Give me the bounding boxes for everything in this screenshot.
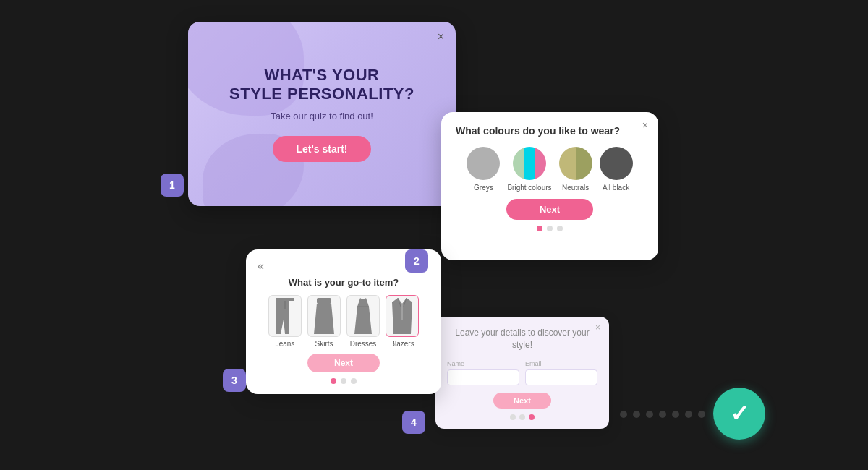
dot-c4-2 [519,414,525,420]
card4-fields-row: Name Email [447,360,597,385]
trail-dot-6 [685,411,692,418]
blazers-image [386,295,419,337]
dot-c3-3 [351,378,357,384]
black-label: All black [603,184,629,192]
trail-dot-3 [646,411,653,418]
card1-title: WHAT'S YOURSTYLE PERSONALITY? [229,66,414,104]
step-badge-3: 3 [223,369,246,392]
trail-dot-2 [633,411,640,418]
svg-rect-1 [317,298,331,304]
dot-c3-2 [341,378,346,384]
email-label: Email [525,360,597,367]
colour-option-neutrals[interactable]: Neutrals [559,147,592,192]
success-badge: ✓ [713,388,765,440]
dot-2 [547,226,553,231]
trail-dot-1 [620,411,627,418]
card1-subtitle: Take our quiz to find out! [271,111,373,121]
card4-title: Leave your details to discover your styl… [447,327,597,351]
dots-trail [620,411,705,418]
colour-option-black[interactable]: All black [600,147,633,192]
dot-1 [537,226,542,231]
black-circle [600,147,633,180]
card-details: × Leave your details to discover your st… [435,317,609,429]
dot-c3-1 [331,378,336,384]
dot-c4-3 [529,414,535,420]
card4-progress-dots [447,414,597,420]
blazers-label: Blazers [390,340,414,348]
card2-progress-dots [456,226,644,231]
name-field-wrapper: Name [447,360,519,385]
grey-label: Greys [474,184,493,192]
jeans-label: Jeans [276,340,295,348]
start-button[interactable]: Let's start! [273,136,370,162]
dresses-image [346,295,380,337]
trail-dot-4 [659,411,666,418]
card2-title: What colours do you like to wear? [456,125,644,137]
card2-next-button[interactable]: Next [506,199,593,220]
colour-option-bright[interactable]: Bright colours [507,147,551,192]
checkmark-icon: ✓ [730,400,749,427]
dresses-label: Dresses [350,340,377,348]
trail-dot-5 [672,411,679,418]
card-colours: × What colours do you like to wear? Grey… [441,112,658,260]
name-label: Name [447,360,519,367]
jeans-image [268,295,302,337]
dot-c4-1 [510,414,516,420]
grey-circle [467,147,500,180]
clothing-options-row: Jeans Skirts Dresses [258,295,430,348]
card2-close-icon[interactable]: × [642,119,648,131]
name-input[interactable] [447,369,519,385]
back-button[interactable]: « [258,260,430,273]
card3-progress-dots [258,378,430,384]
colour-options-row: Greys Bright colours Neutrals All black [456,147,644,192]
step-badge-2: 2 [405,249,428,273]
skirts-image [307,295,341,337]
bright-label: Bright colours [507,184,551,192]
neutral-circle [559,147,592,180]
clothing-option-skirts[interactable]: Skirts [307,295,341,348]
trail-dot-7 [698,411,705,418]
step-badge-1: 1 [161,174,184,197]
card4-close-icon[interactable]: × [595,322,600,333]
colour-option-greys[interactable]: Greys [467,147,500,192]
card3-title: What is your go-to item? [258,277,430,288]
email-field-wrapper: Email [525,360,597,385]
bright-circle [513,147,546,180]
card3-next-button[interactable]: Next [307,354,380,372]
card-welcome: × WHAT'S YOURSTYLE PERSONALITY? Take our… [188,22,456,206]
email-input[interactable] [525,369,597,385]
clothing-option-blazers[interactable]: Blazers [386,295,419,348]
card4-next-button[interactable]: Next [493,393,551,409]
dot-3 [557,226,563,231]
clothing-option-jeans[interactable]: Jeans [268,295,302,348]
skirts-label: Skirts [315,340,333,348]
step-badge-4: 4 [402,411,425,434]
neutral-label: Neutrals [562,184,589,192]
clothing-option-dresses[interactable]: Dresses [346,295,380,348]
